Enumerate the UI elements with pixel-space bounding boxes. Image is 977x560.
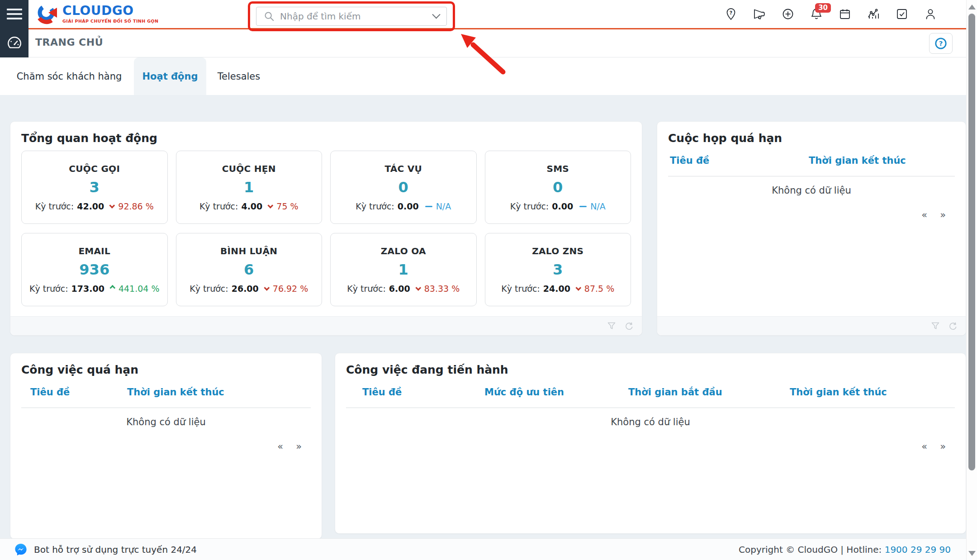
scrollbar-thumb[interactable] xyxy=(968,14,975,470)
pagination: « » xyxy=(921,441,946,452)
filter-funnel-icon[interactable] xyxy=(607,321,617,331)
empty-state-text: Không có dữ liệu xyxy=(335,417,966,427)
dashboard-gauge-icon[interactable] xyxy=(0,28,28,57)
footer-separator: | xyxy=(840,544,844,555)
stat-label: BÌNH LUẬN xyxy=(220,246,277,256)
announcement-megaphone-icon[interactable] xyxy=(753,7,766,21)
cloudgo-logo[interactable]: CLOUDGO GIẢI PHÁP CHUYỂN ĐỔI SỐ TINH GỌN xyxy=(36,3,158,25)
pagination-prev[interactable]: « xyxy=(921,209,927,220)
search-icon xyxy=(264,11,275,22)
column-header-title[interactable]: Tiêu đề xyxy=(362,387,402,398)
refresh-icon[interactable] xyxy=(948,321,958,331)
trend-chevron-icon xyxy=(109,285,115,291)
trend-chevron-icon xyxy=(264,285,270,291)
stat-value: 936 xyxy=(79,261,109,278)
location-help-icon[interactable]: ? xyxy=(724,7,738,21)
stat-value: 0 xyxy=(553,179,563,196)
previous-period-value: 6.00 xyxy=(389,284,410,294)
trend-chevron-icon xyxy=(109,203,115,209)
hotline-number-link[interactable]: 1900 29 29 90 xyxy=(885,544,951,555)
tab-activity-active[interactable]: Hoạt động xyxy=(134,57,206,95)
help-question-icon: ? xyxy=(934,36,948,51)
menu-hamburger-icon[interactable] xyxy=(0,0,28,28)
previous-period-label: Kỳ trước: xyxy=(501,284,540,294)
sidebar-collapsed xyxy=(0,0,28,57)
card-footer-toolbar xyxy=(657,316,966,335)
column-header-end-time[interactable]: Thời gian kết thúc xyxy=(127,387,224,398)
support-bot-link[interactable]: Bot hỗ trợ sử dụng trực tuyến 24/24 xyxy=(14,542,197,557)
trend-chevron-icon xyxy=(575,285,581,291)
tasks-checkbox-icon[interactable] xyxy=(895,7,909,21)
stat-label: ZALO OA xyxy=(381,246,426,256)
scrollbar-down-arrow-icon[interactable] xyxy=(968,551,976,556)
search-dropdown-chevron-icon[interactable] xyxy=(432,10,440,19)
column-header-title[interactable]: Tiêu đề xyxy=(30,387,70,398)
overdue-tasks-card: Công việc quá hạn Tiêu đề Thời gian kết … xyxy=(10,353,322,538)
global-search[interactable] xyxy=(256,7,447,26)
stat-tile-sms: SMS 0 Kỳ trước: 0.00 N/A xyxy=(485,151,631,224)
previous-period-label: Kỳ trước: xyxy=(356,201,394,211)
column-header-end-time[interactable]: Thời gian kết thúc xyxy=(790,387,887,398)
main-content: Tổng quan hoạt động CUỘC GỌI 3 Kỳ trước:… xyxy=(0,95,966,538)
column-header-end-time[interactable]: Thời gian kết thúc xyxy=(809,155,906,166)
previous-period-label: Kỳ trước: xyxy=(199,201,238,211)
copyright-text: Copyright © CloudGO | Hotline: 1900 29 2… xyxy=(739,544,951,555)
search-input[interactable] xyxy=(280,11,428,22)
stat-value: 3 xyxy=(553,261,563,278)
activity-overview-card: Tổng quan hoạt động CUỘC GỌI 3 Kỳ trước:… xyxy=(10,121,642,336)
trend-percent: 75 % xyxy=(276,201,298,211)
filter-funnel-icon[interactable] xyxy=(930,321,940,331)
trend-percent: 76.92 % xyxy=(273,284,308,294)
table-divider xyxy=(21,408,311,408)
user-profile-icon[interactable] xyxy=(924,7,937,21)
notification-count-badge: 30 xyxy=(815,3,831,13)
previous-period-value: 173.00 xyxy=(71,284,104,294)
stat-tile-calls: CUỘC GỌI 3 Kỳ trước: 42.00 92.86 % xyxy=(21,151,168,224)
pagination: « » xyxy=(921,209,946,220)
pagination-prev[interactable]: « xyxy=(277,441,283,452)
column-header-start-time[interactable]: Thời gian bắt đầu xyxy=(628,387,722,398)
trend-indicator: N/A xyxy=(579,201,606,211)
previous-period-label: Kỳ trước: xyxy=(510,201,549,211)
previous-period-value: 24.00 xyxy=(543,284,570,294)
trend-indicator: 92.86 % xyxy=(110,201,154,211)
vertical-scrollbar[interactable] xyxy=(966,0,977,560)
pagination-next[interactable]: » xyxy=(940,441,946,452)
refresh-icon[interactable] xyxy=(624,321,634,331)
previous-period-label: Kỳ trước: xyxy=(190,284,228,294)
trend-percent: 441.04 % xyxy=(119,284,160,294)
page-title: TRANG CHỦ xyxy=(35,37,103,48)
tab-telesales[interactable]: Telesales xyxy=(218,57,260,95)
stat-value: 1 xyxy=(398,261,408,278)
trend-percent: 83.33 % xyxy=(424,284,460,294)
table-divider xyxy=(668,176,955,176)
pagination-next[interactable]: » xyxy=(296,441,302,452)
column-header-priority[interactable]: Mức độ ưu tiên xyxy=(484,387,564,398)
reports-chart-icon[interactable] xyxy=(867,7,880,21)
pagination-next[interactable]: » xyxy=(940,209,946,220)
help-button[interactable]: ? xyxy=(929,33,953,54)
previous-period-label: Kỳ trước: xyxy=(35,201,74,211)
stat-tile-tasks: TÁC VỤ 0 Kỳ trước: 0.00 N/A xyxy=(330,151,477,224)
trend-percent: 92.86 % xyxy=(118,201,154,211)
trend-chevron-icon xyxy=(268,203,274,209)
cloudgo-logo-icon xyxy=(36,3,58,25)
top-bar: CLOUDGO GIẢI PHÁP CHUYỂN ĐỔI SỐ TINH GỌN… xyxy=(0,0,966,28)
trend-percent: 87.5 % xyxy=(584,284,614,294)
notifications-bell-icon[interactable]: 30 xyxy=(810,7,823,21)
column-header-title[interactable]: Tiêu đề xyxy=(670,155,709,166)
trend-indicator: 83.33 % xyxy=(417,284,460,294)
stat-tile-appointments: CUỘC HẸN 1 Kỳ trước: 4.00 75 % xyxy=(176,151,323,224)
stat-tile-email: EMAIL 936 Kỳ trước: 173.00 441.04 % xyxy=(21,233,168,306)
trend-dash-icon xyxy=(579,206,587,207)
stat-value: 6 xyxy=(244,261,254,278)
calendar-icon[interactable] xyxy=(838,7,852,21)
previous-period-value: 42.00 xyxy=(77,201,104,211)
tab-customer-care[interactable]: Chăm sóc khách hàng xyxy=(18,57,120,95)
stat-tile-zalo-zns: ZALO ZNS 3 Kỳ trước: 24.00 87.5 % xyxy=(485,233,631,306)
scrollbar-up-arrow-icon[interactable] xyxy=(968,5,976,9)
pagination-prev[interactable]: « xyxy=(921,441,927,452)
trend-indicator: 76.92 % xyxy=(265,284,308,294)
messenger-icon xyxy=(14,542,28,557)
quick-add-icon[interactable] xyxy=(781,7,795,21)
